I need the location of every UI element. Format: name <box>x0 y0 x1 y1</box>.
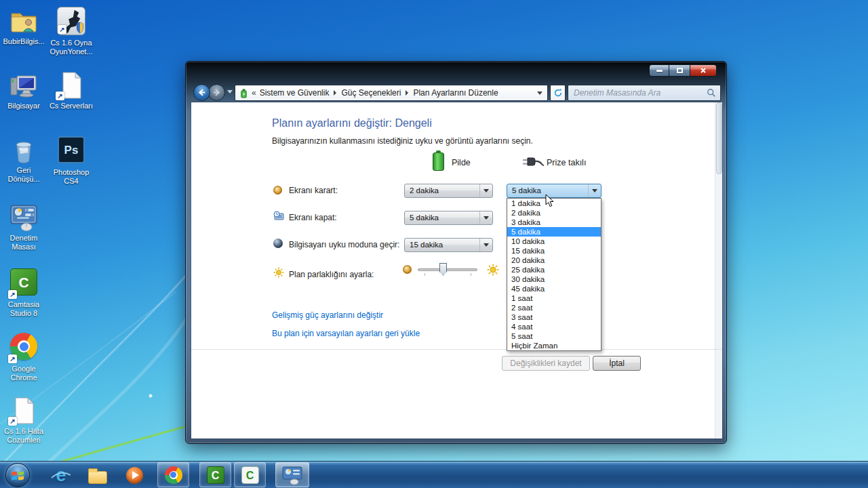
shortcut-arrow-icon: ↗ <box>8 290 17 299</box>
desktop-icon-recycle-bin[interactable]: Geri Dönüşü... <box>0 134 47 184</box>
page-subtitle: Bilgisayarınızın kullanmasını istediğini… <box>272 136 533 146</box>
vertical-scrollbar[interactable] <box>715 102 722 439</box>
document-icon: ↗ <box>56 70 87 101</box>
desktop-icon-cs16-oyna[interactable]: ↗ Cs 1.6 Oyna OyunYonet... <box>47 5 95 56</box>
windows-logo-icon <box>11 469 24 481</box>
back-icon <box>197 88 206 97</box>
column-header-battery: Pilde <box>452 158 471 167</box>
dim-plugged-in-combobox[interactable]: 5 dakika <box>507 184 601 198</box>
taskbar-control-panel-button[interactable] <box>275 462 309 487</box>
page-title: Planın ayarlarını değiştir: Dengeli <box>272 117 432 129</box>
breadcrumb-item-guc[interactable]: Güç Seçenekleri <box>341 88 401 98</box>
search-icon[interactable] <box>707 88 716 98</box>
brightness-high-icon <box>487 264 499 276</box>
dropdown-option[interactable]: 1 saat <box>507 293 601 303</box>
row-label-dim: Ekranı karart: <box>289 186 338 195</box>
forward-icon <box>212 88 221 97</box>
control-panel-icon <box>281 465 304 485</box>
desktop-icon-bilgisayar[interactable]: Bilgisayar <box>0 70 47 110</box>
desktop-icon-label: Photoshop CS4 <box>47 168 95 186</box>
cs16-icon: ↗ <box>56 7 87 38</box>
control-panel-window: « Sistem ve Güvenlik Güç Seçenekleri Pla… <box>185 61 727 444</box>
dropdown-option[interactable]: 2 dakika <box>507 208 601 218</box>
dropdown-option[interactable]: 30 dakika <box>507 274 601 284</box>
dropdown-option-selected[interactable]: 5 dakika <box>507 227 601 237</box>
taskbar-camtasia-recorder-button[interactable]: C <box>234 462 266 487</box>
desktop-icon-label: Denetim Masası <box>0 234 47 251</box>
taskbar-wmp-button[interactable] <box>119 462 149 488</box>
control-panel-search-input[interactable] <box>568 88 707 98</box>
taskbar-camtasia-button[interactable]: C <box>199 462 231 487</box>
breadcrumb-item-sistem[interactable]: Sistem ve Güvenlik <box>260 88 330 98</box>
dropdown-option[interactable]: 20 dakika <box>507 256 601 265</box>
row-label-display-off: Ekranı kapat: <box>289 213 337 222</box>
row-label-brightness: Plan parlaklığını ayarla: <box>289 270 374 279</box>
display-off-on-battery-combobox[interactable]: 5 dakika <box>404 211 493 225</box>
start-button[interactable] <box>5 463 30 487</box>
desktop: BubirBilgis... ↗ Cs 1.6 Oyna OyunYonet..… <box>0 0 868 488</box>
shortcut-arrow-icon: ↗ <box>8 417 17 426</box>
search-box <box>568 85 721 101</box>
breadcrumb-item-plan[interactable]: Plan Ayarlarını Düzenle <box>413 88 498 98</box>
sleep-on-battery-combobox[interactable]: 15 dakika <box>404 238 493 252</box>
taskbar-chrome-button[interactable] <box>157 462 189 487</box>
dropdown-option[interactable]: 10 dakika <box>507 237 601 246</box>
advanced-power-settings-link[interactable]: Gelişmiş güç ayarlarını değiştir <box>272 310 383 320</box>
folder-icon <box>88 471 107 484</box>
cancel-button[interactable]: İptal <box>593 356 641 371</box>
desktop-icon-chrome[interactable]: ↗ Google Chrome <box>0 331 47 382</box>
close-button[interactable] <box>690 64 717 77</box>
dim-on-battery-combobox[interactable]: 2 dakika <box>404 184 493 198</box>
desktop-icon-cs16-hata[interactable]: ↗ Cs 1.6 Hata Cozumleri <box>0 395 47 445</box>
breadcrumb[interactable]: « Sistem ve Güvenlik Güç Seçenekleri Pla… <box>235 85 548 101</box>
minimize-button[interactable] <box>649 64 669 77</box>
save-changes-button[interactable]: Değişiklikleri kaydet <box>502 356 590 371</box>
desktop-icon-camtasia[interactable]: C ↗ Camtasia Studio 8 <box>0 266 47 318</box>
dropdown-option[interactable]: 45 dakika <box>507 284 601 293</box>
desktop-icon-label: Cs 1.6 Oyna OyunYonet... <box>47 39 95 56</box>
breadcrumb-separator-icon <box>334 90 336 96</box>
combo-arrow-icon <box>479 239 492 251</box>
refresh-icon <box>553 88 563 98</box>
camtasia-icon: C ↗ <box>8 268 39 300</box>
dropdown-option[interactable]: 4 saat <box>507 322 601 331</box>
desktop-icon-bubir-folder[interactable]: BubirBilgis... <box>0 5 47 46</box>
desktop-icon-control-panel[interactable]: Denetim Masası <box>0 202 47 251</box>
restore-defaults-link[interactable]: Bu plan için varsayılan ayarları geri yü… <box>272 329 420 338</box>
time-dropdown-list: 1 dakika 2 dakika 3 dakika 5 dakika 10 d… <box>507 198 601 351</box>
camtasia-recorder-icon: C <box>241 466 259 484</box>
refresh-button[interactable] <box>550 85 566 101</box>
dropdown-option[interactable]: 25 dakika <box>507 265 601 274</box>
brightness-slider-track[interactable] <box>418 268 477 271</box>
plan-settings-page: Planın ayarlarını değiştir: Dengeli Bilg… <box>191 102 722 439</box>
shortcut-arrow-icon: ↗ <box>8 354 17 363</box>
forward-button[interactable] <box>208 84 225 101</box>
maximize-button[interactable] <box>669 64 690 77</box>
dropdown-option[interactable]: 2 saat <box>507 303 601 312</box>
scrollbar-thumb[interactable] <box>716 102 722 174</box>
dropdown-option[interactable]: 5 saat <box>507 331 601 341</box>
breadcrumb-overflow[interactable]: « <box>252 88 256 98</box>
dropdown-option[interactable]: 3 dakika <box>507 218 601 227</box>
breadcrumb-dropdown-icon[interactable] <box>537 92 542 95</box>
desktop-icon-photoshop[interactable]: Ps Photoshop CS4 <box>47 134 95 186</box>
dropdown-option[interactable]: Hiçbir Zaman <box>507 341 601 350</box>
desktop-icon-cs-serverlari[interactable]: ↗ Cs Serverları <box>47 70 95 110</box>
history-dropdown-icon[interactable] <box>227 90 233 94</box>
brightness-slider-thumb[interactable] <box>439 263 447 276</box>
brightness-icon <box>273 267 284 278</box>
dropdown-option[interactable]: 1 dakika <box>507 199 601 208</box>
sleep-icon <box>273 239 283 248</box>
caption-buttons <box>649 64 717 77</box>
row-label-sleep: Bilgisayarı uyku moduna geçir: <box>289 240 399 249</box>
combo-arrow-icon <box>479 211 492 224</box>
back-button[interactable] <box>193 84 210 101</box>
media-player-icon <box>126 467 143 484</box>
dropdown-option[interactable]: 3 saat <box>507 312 601 322</box>
taskbar-ie-button[interactable]: e <box>46 462 76 488</box>
breadcrumb-separator-icon <box>406 90 408 96</box>
dropdown-option[interactable]: 15 dakika <box>507 246 601 256</box>
combo-arrow-icon <box>479 184 492 197</box>
maximize-icon <box>677 68 683 73</box>
taskbar-explorer-button[interactable] <box>83 462 113 488</box>
